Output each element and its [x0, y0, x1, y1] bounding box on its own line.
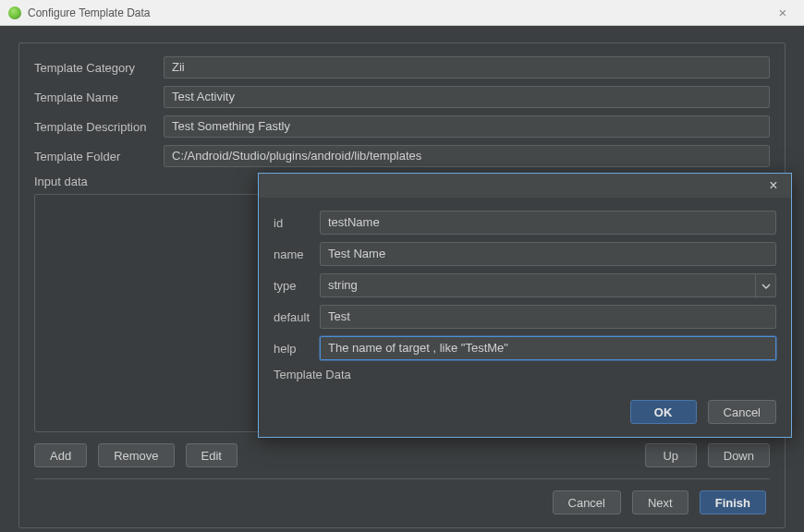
label-template-category: Template Category [34, 61, 164, 75]
edit-button[interactable]: Edit [186, 443, 238, 467]
label-type: type [274, 279, 320, 293]
row-description: Template Description Test Something Fast… [34, 115, 770, 138]
row-name-field: name Test Name [274, 242, 776, 266]
input-template-folder[interactable]: C:/Android/Studio/plugins/android/lib/te… [164, 145, 770, 167]
down-button[interactable]: Down [708, 443, 770, 467]
wizard-footer: Cancel Next Finish [34, 490, 770, 514]
row-category: Template Category Zii [34, 56, 770, 79]
input-id[interactable]: testName [320, 211, 776, 235]
cancel-button[interactable]: Cancel [553, 490, 621, 514]
separator [34, 478, 770, 479]
finish-button[interactable]: Finish [700, 490, 766, 514]
input-name-field[interactable]: Test Name [320, 242, 776, 266]
input-template-name[interactable]: Test Activity [164, 86, 770, 108]
label-help: help [274, 342, 320, 356]
close-icon[interactable]: × [769, 5, 797, 20]
ok-button[interactable]: OK [630, 400, 697, 424]
input-template-category[interactable]: Zii [164, 56, 770, 79]
add-button[interactable]: Add [34, 443, 87, 467]
row-id: id testName [274, 211, 776, 235]
row-help: help The name of target , like "TestMe" [274, 336, 776, 360]
dialog-body: id testName name Test Name type string d… [259, 198, 791, 391]
next-button[interactable]: Next [632, 490, 688, 514]
input-default[interactable]: Test [320, 305, 776, 329]
label-default: default [274, 310, 320, 324]
label-id: id [274, 216, 320, 230]
input-template-description[interactable]: Test Something Fastly [164, 115, 770, 138]
main-window: Configure Template Data × Template Categ… [0, 0, 804, 532]
dialog-footer: OK Cancel [259, 391, 791, 437]
row-default: default Test [274, 305, 776, 329]
window-title: Configure Template Data [28, 6, 151, 19]
row-name: Template Name Test Activity [34, 86, 770, 108]
row-type: type string [274, 273, 776, 297]
combo-type[interactable]: string [320, 273, 776, 297]
dialog-close-icon[interactable]: × [763, 175, 784, 196]
dialog-section-label: Template Data [274, 368, 776, 381]
label-name-field: name [274, 248, 320, 261]
input-help[interactable]: The name of target , like "TestMe" [320, 336, 776, 360]
dialog-cancel-button[interactable]: Cancel [708, 400, 776, 424]
chevron-down-icon[interactable] [755, 274, 775, 298]
label-template-folder: Template Folder [34, 150, 164, 163]
template-data-dialog: × id testName name Test Name type string [258, 173, 792, 438]
up-button[interactable]: Up [645, 443, 697, 467]
row-folder: Template Folder C:/Android/Studio/plugin… [34, 145, 770, 167]
app-icon [7, 6, 22, 20]
label-template-name: Template Name [34, 91, 164, 104]
dialog-titlebar: × [259, 174, 791, 198]
remove-button[interactable]: Remove [98, 443, 174, 467]
list-button-row: Add Remove Edit Up Down [34, 443, 770, 467]
label-template-description: Template Description [34, 120, 164, 134]
titlebar: Configure Template Data × [0, 0, 804, 26]
